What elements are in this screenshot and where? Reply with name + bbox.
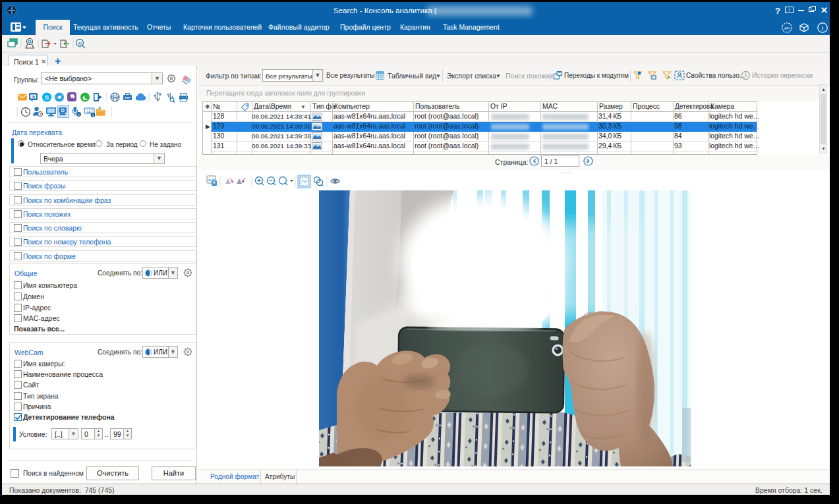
svg-text:IM: IM bbox=[32, 96, 35, 99]
svg-text:i: i bbox=[822, 24, 824, 32]
svg-text:ID: ID bbox=[78, 42, 82, 45]
svg-text:FTP: FTP bbox=[125, 96, 130, 99]
svg-text:API: API bbox=[784, 26, 790, 30]
svg-text:S: S bbox=[45, 94, 49, 101]
svg-text:HTTP: HTTP bbox=[112, 96, 119, 99]
